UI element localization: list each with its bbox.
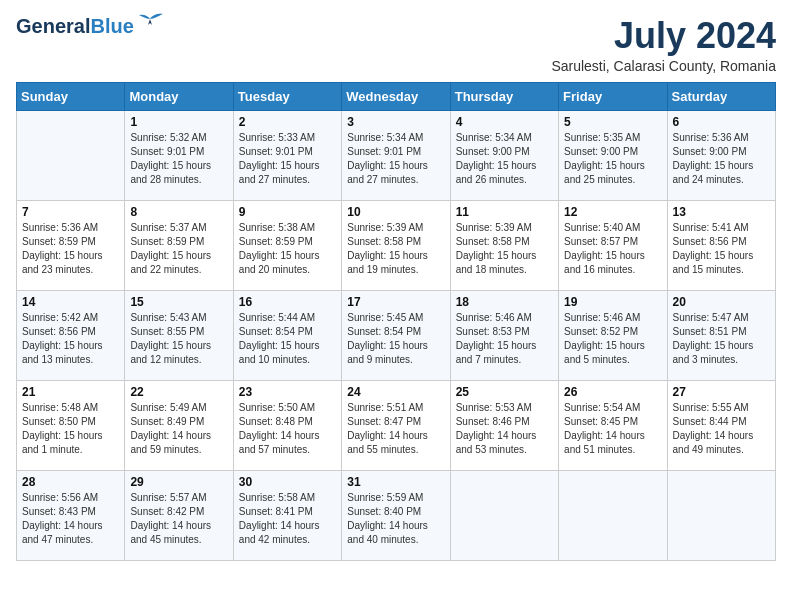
day-number: 21 [22, 385, 119, 399]
day-number: 5 [564, 115, 661, 129]
calendar-cell: 1Sunrise: 5:32 AM Sunset: 9:01 PM Daylig… [125, 110, 233, 200]
calendar-cell: 9Sunrise: 5:38 AM Sunset: 8:59 PM Daylig… [233, 200, 341, 290]
day-number: 15 [130, 295, 227, 309]
day-number: 18 [456, 295, 553, 309]
day-number: 9 [239, 205, 336, 219]
day-info: Sunrise: 5:34 AM Sunset: 9:00 PM Dayligh… [456, 131, 553, 187]
calendar-cell [667, 470, 775, 560]
day-number: 2 [239, 115, 336, 129]
weekday-header-friday: Friday [559, 82, 667, 110]
day-number: 7 [22, 205, 119, 219]
day-info: Sunrise: 5:46 AM Sunset: 8:53 PM Dayligh… [456, 311, 553, 367]
day-number: 4 [456, 115, 553, 129]
calendar-cell [559, 470, 667, 560]
calendar-week-row: 1Sunrise: 5:32 AM Sunset: 9:01 PM Daylig… [17, 110, 776, 200]
calendar-cell: 29Sunrise: 5:57 AM Sunset: 8:42 PM Dayli… [125, 470, 233, 560]
day-number: 29 [130, 475, 227, 489]
weekday-header-wednesday: Wednesday [342, 82, 450, 110]
day-info: Sunrise: 5:36 AM Sunset: 9:00 PM Dayligh… [673, 131, 770, 187]
day-info: Sunrise: 5:40 AM Sunset: 8:57 PM Dayligh… [564, 221, 661, 277]
calendar-cell: 30Sunrise: 5:58 AM Sunset: 8:41 PM Dayli… [233, 470, 341, 560]
calendar-cell: 21Sunrise: 5:48 AM Sunset: 8:50 PM Dayli… [17, 380, 125, 470]
day-number: 17 [347, 295, 444, 309]
day-number: 31 [347, 475, 444, 489]
weekday-header-sunday: Sunday [17, 82, 125, 110]
calendar-cell: 25Sunrise: 5:53 AM Sunset: 8:46 PM Dayli… [450, 380, 558, 470]
day-number: 14 [22, 295, 119, 309]
calendar-cell [450, 470, 558, 560]
calendar-cell: 26Sunrise: 5:54 AM Sunset: 8:45 PM Dayli… [559, 380, 667, 470]
weekday-header-tuesday: Tuesday [233, 82, 341, 110]
calendar-cell: 22Sunrise: 5:49 AM Sunset: 8:49 PM Dayli… [125, 380, 233, 470]
calendar-cell: 17Sunrise: 5:45 AM Sunset: 8:54 PM Dayli… [342, 290, 450, 380]
weekday-header-row: SundayMondayTuesdayWednesdayThursdayFrid… [17, 82, 776, 110]
day-info: Sunrise: 5:33 AM Sunset: 9:01 PM Dayligh… [239, 131, 336, 187]
day-number: 16 [239, 295, 336, 309]
calendar-week-row: 14Sunrise: 5:42 AM Sunset: 8:56 PM Dayli… [17, 290, 776, 380]
day-info: Sunrise: 5:47 AM Sunset: 8:51 PM Dayligh… [673, 311, 770, 367]
calendar-cell: 16Sunrise: 5:44 AM Sunset: 8:54 PM Dayli… [233, 290, 341, 380]
day-number: 1 [130, 115, 227, 129]
day-info: Sunrise: 5:38 AM Sunset: 8:59 PM Dayligh… [239, 221, 336, 277]
day-info: Sunrise: 5:45 AM Sunset: 8:54 PM Dayligh… [347, 311, 444, 367]
logo-blue: Blue [90, 15, 133, 37]
logo-bird-icon [136, 11, 164, 33]
day-info: Sunrise: 5:59 AM Sunset: 8:40 PM Dayligh… [347, 491, 444, 547]
calendar-cell: 14Sunrise: 5:42 AM Sunset: 8:56 PM Dayli… [17, 290, 125, 380]
day-info: Sunrise: 5:57 AM Sunset: 8:42 PM Dayligh… [130, 491, 227, 547]
day-number: 19 [564, 295, 661, 309]
day-info: Sunrise: 5:43 AM Sunset: 8:55 PM Dayligh… [130, 311, 227, 367]
day-info: Sunrise: 5:41 AM Sunset: 8:56 PM Dayligh… [673, 221, 770, 277]
calendar-cell: 19Sunrise: 5:46 AM Sunset: 8:52 PM Dayli… [559, 290, 667, 380]
day-info: Sunrise: 5:54 AM Sunset: 8:45 PM Dayligh… [564, 401, 661, 457]
calendar-week-row: 21Sunrise: 5:48 AM Sunset: 8:50 PM Dayli… [17, 380, 776, 470]
weekday-header-thursday: Thursday [450, 82, 558, 110]
day-number: 26 [564, 385, 661, 399]
day-info: Sunrise: 5:39 AM Sunset: 8:58 PM Dayligh… [347, 221, 444, 277]
calendar-cell: 18Sunrise: 5:46 AM Sunset: 8:53 PM Dayli… [450, 290, 558, 380]
day-info: Sunrise: 5:53 AM Sunset: 8:46 PM Dayligh… [456, 401, 553, 457]
day-info: Sunrise: 5:44 AM Sunset: 8:54 PM Dayligh… [239, 311, 336, 367]
day-number: 13 [673, 205, 770, 219]
day-number: 22 [130, 385, 227, 399]
day-info: Sunrise: 5:56 AM Sunset: 8:43 PM Dayligh… [22, 491, 119, 547]
calendar-cell: 8Sunrise: 5:37 AM Sunset: 8:59 PM Daylig… [125, 200, 233, 290]
day-number: 25 [456, 385, 553, 399]
calendar-cell: 4Sunrise: 5:34 AM Sunset: 9:00 PM Daylig… [450, 110, 558, 200]
page-header: GeneralBlue July 2024 Sarulesti, Calaras… [16, 16, 776, 74]
day-info: Sunrise: 5:35 AM Sunset: 9:00 PM Dayligh… [564, 131, 661, 187]
day-info: Sunrise: 5:51 AM Sunset: 8:47 PM Dayligh… [347, 401, 444, 457]
calendar-cell: 20Sunrise: 5:47 AM Sunset: 8:51 PM Dayli… [667, 290, 775, 380]
day-number: 6 [673, 115, 770, 129]
calendar-cell: 23Sunrise: 5:50 AM Sunset: 8:48 PM Dayli… [233, 380, 341, 470]
calendar-cell: 10Sunrise: 5:39 AM Sunset: 8:58 PM Dayli… [342, 200, 450, 290]
day-info: Sunrise: 5:42 AM Sunset: 8:56 PM Dayligh… [22, 311, 119, 367]
day-number: 23 [239, 385, 336, 399]
calendar-week-row: 7Sunrise: 5:36 AM Sunset: 8:59 PM Daylig… [17, 200, 776, 290]
calendar-week-row: 28Sunrise: 5:56 AM Sunset: 8:43 PM Dayli… [17, 470, 776, 560]
day-number: 24 [347, 385, 444, 399]
calendar-cell: 13Sunrise: 5:41 AM Sunset: 8:56 PM Dayli… [667, 200, 775, 290]
day-info: Sunrise: 5:50 AM Sunset: 8:48 PM Dayligh… [239, 401, 336, 457]
day-info: Sunrise: 5:49 AM Sunset: 8:49 PM Dayligh… [130, 401, 227, 457]
calendar-table: SundayMondayTuesdayWednesdayThursdayFrid… [16, 82, 776, 561]
calendar-cell: 27Sunrise: 5:55 AM Sunset: 8:44 PM Dayli… [667, 380, 775, 470]
day-info: Sunrise: 5:36 AM Sunset: 8:59 PM Dayligh… [22, 221, 119, 277]
day-info: Sunrise: 5:39 AM Sunset: 8:58 PM Dayligh… [456, 221, 553, 277]
day-number: 28 [22, 475, 119, 489]
logo-general: General [16, 15, 90, 37]
weekday-header-saturday: Saturday [667, 82, 775, 110]
day-number: 11 [456, 205, 553, 219]
calendar-cell [17, 110, 125, 200]
day-info: Sunrise: 5:58 AM Sunset: 8:41 PM Dayligh… [239, 491, 336, 547]
title-block: July 2024 Sarulesti, Calarasi County, Ro… [551, 16, 776, 74]
day-info: Sunrise: 5:48 AM Sunset: 8:50 PM Dayligh… [22, 401, 119, 457]
calendar-cell: 28Sunrise: 5:56 AM Sunset: 8:43 PM Dayli… [17, 470, 125, 560]
calendar-cell: 24Sunrise: 5:51 AM Sunset: 8:47 PM Dayli… [342, 380, 450, 470]
day-info: Sunrise: 5:55 AM Sunset: 8:44 PM Dayligh… [673, 401, 770, 457]
calendar-cell: 5Sunrise: 5:35 AM Sunset: 9:00 PM Daylig… [559, 110, 667, 200]
calendar-cell: 3Sunrise: 5:34 AM Sunset: 9:01 PM Daylig… [342, 110, 450, 200]
day-number: 20 [673, 295, 770, 309]
day-number: 3 [347, 115, 444, 129]
day-info: Sunrise: 5:34 AM Sunset: 9:01 PM Dayligh… [347, 131, 444, 187]
